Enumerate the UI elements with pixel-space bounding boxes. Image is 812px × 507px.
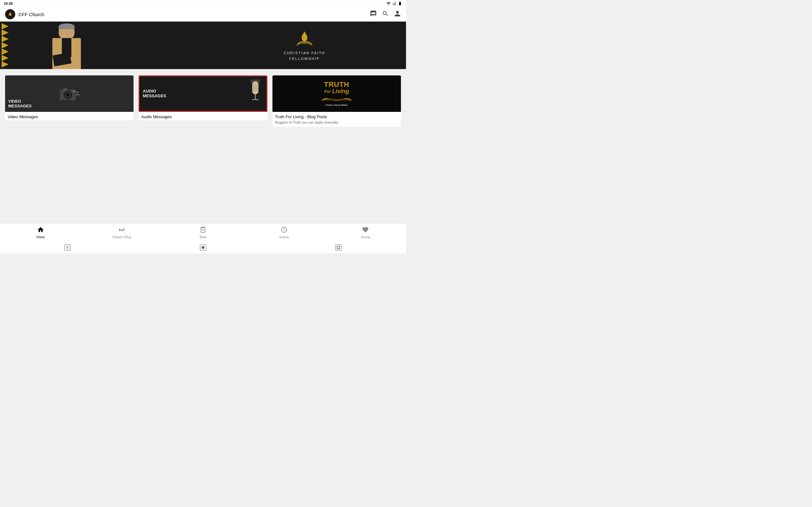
android-recents-button[interactable] <box>335 244 342 250</box>
truth-for-text: For <box>324 89 331 94</box>
home-icon <box>37 226 44 234</box>
truth-wings-icon <box>321 95 352 103</box>
video-thumb-bg: VIDEOMESSAGES <box>5 75 134 112</box>
svg-rect-5 <box>63 89 67 90</box>
video-messages-thumbnail: VIDEOMESSAGES <box>5 75 134 112</box>
bible-icon <box>200 226 206 234</box>
yellow-triangle <box>2 61 9 67</box>
yellow-triangle <box>2 36 9 42</box>
yellow-triangle <box>2 55 9 61</box>
android-back-button[interactable] <box>64 244 71 250</box>
svg-rect-19 <box>251 79 260 83</box>
logo-icon <box>7 11 13 17</box>
video-messages-card[interactable]: VIDEOMESSAGES Video Messages <box>5 75 134 120</box>
nav-giving-label: Giving <box>361 235 370 239</box>
pastors-blog-icon <box>118 226 125 234</box>
status-bar: 10:26 <box>0 0 406 7</box>
wifi-icon <box>386 1 391 6</box>
android-nav <box>0 241 406 253</box>
cards-section: VIDEOMESSAGES Video Messages <box>0 69 406 127</box>
audio-messages-label: AUDIOMESSAGES <box>143 89 166 99</box>
audio-messages-card[interactable]: AUDIOMESSAGES Audio Messages <box>139 75 267 120</box>
truth-for-living-title: Truth For Living - Blog Posts <box>272 112 401 120</box>
truth-thumbnail: TRUTH For Living Pastor Darryl Baker <box>272 75 401 112</box>
app-bar-actions <box>370 10 401 18</box>
audio-messages-thumbnail: AUDIOMESSAGES <box>139 75 267 112</box>
truth-for-living-card[interactable]: TRUTH For Living Pastor Darryl Baker Tru… <box>272 75 401 127</box>
truth-main-text: TRUTH <box>324 81 350 88</box>
truth-for-living-row: For Living <box>324 88 349 95</box>
app-bar: CFF Church <box>0 7 406 21</box>
hero-church-info: CHRISTIAN FAITH FELLOWSHIP <box>203 21 406 69</box>
church-flame-logo <box>295 29 314 49</box>
account-icon[interactable] <box>394 10 401 18</box>
truth-living-text: Living <box>332 88 349 95</box>
video-messages-title: Video Messages <box>5 112 134 120</box>
pastor-figure <box>38 22 95 69</box>
giving-icon <box>362 226 369 234</box>
svg-point-22 <box>202 246 204 249</box>
svg-rect-21 <box>202 227 204 228</box>
bottom-nav: Home Pastor's Blog Bible <box>0 223 406 241</box>
church-name-line2: FELLOWSHIP <box>284 56 325 62</box>
svg-rect-11 <box>252 81 258 95</box>
signal-icon <box>392 1 397 6</box>
pastor-hair <box>59 23 74 29</box>
svg-rect-8 <box>60 98 61 101</box>
android-home-button[interactable] <box>200 244 206 250</box>
camera-icon <box>57 84 82 103</box>
hero-banner: CHRISTIAN FAITH FELLOWSHIP <box>0 21 406 69</box>
church-name-line1: CHRISTIAN FAITH <box>284 50 325 56</box>
svg-rect-23 <box>337 246 340 249</box>
status-icons <box>386 1 402 6</box>
svg-rect-6 <box>75 91 79 93</box>
events-icon <box>281 226 288 234</box>
app-title: CFF Church <box>18 12 370 17</box>
app-logo[interactable] <box>5 9 15 19</box>
svg-rect-9 <box>73 98 74 101</box>
nav-home[interactable]: Home <box>0 226 81 239</box>
audio-messages-title: Audio Messages <box>139 112 267 120</box>
video-messages-label: VIDEOMESSAGES <box>8 99 32 109</box>
svg-rect-7 <box>76 94 80 95</box>
hero-decorative-shapes <box>0 21 19 69</box>
nav-pastors-blog-label: Pastor's Blog <box>113 235 131 239</box>
microphone-icon <box>247 78 263 107</box>
nav-pastors-blog[interactable]: Pastor's Blog <box>81 226 162 239</box>
audio-thumb-bg: AUDIOMESSAGES <box>140 76 266 111</box>
nav-events[interactable]: Events <box>244 226 325 239</box>
truth-thumb-bg: TRUTH For Living Pastor Darryl Baker <box>272 75 401 112</box>
church-name: CHRISTIAN FAITH FELLOWSHIP <box>284 50 325 61</box>
svg-point-10 <box>72 90 74 92</box>
yellow-triangle <box>2 30 9 36</box>
battery-icon <box>398 1 402 6</box>
truth-for-living-subtitle: Nuggets of Truth you can apply everyday. <box>272 120 401 127</box>
svg-point-4 <box>66 93 69 97</box>
nav-giving[interactable]: Giving <box>325 226 406 239</box>
yellow-triangle <box>2 49 9 55</box>
yellow-triangle <box>2 42 9 49</box>
chat-icon[interactable] <box>370 10 377 18</box>
yellow-triangle <box>2 23 9 30</box>
nav-events-label: Events <box>280 235 289 239</box>
nav-home-label: Home <box>37 235 45 239</box>
truth-pastor-name: Pastor Darryl Baker <box>325 104 348 107</box>
nav-bible-label: Bible <box>200 235 206 239</box>
status-time: 10:26 <box>4 2 13 5</box>
search-icon[interactable] <box>382 10 389 18</box>
svg-point-20 <box>121 229 123 231</box>
nav-bible[interactable]: Bible <box>162 226 244 239</box>
